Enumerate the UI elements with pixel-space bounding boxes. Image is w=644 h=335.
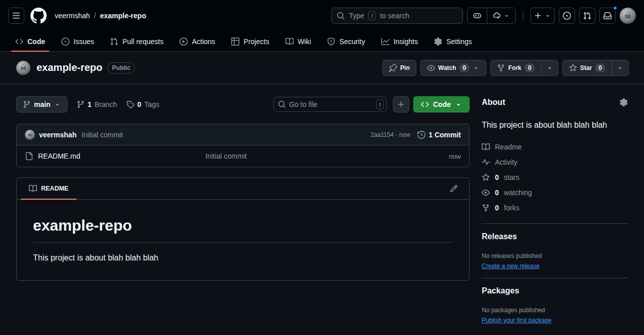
- inbox-icon: [603, 12, 612, 20]
- pin-icon: [389, 64, 397, 72]
- repo-nav-tabs: Code Issues Pull requests Actions Projec…: [0, 31, 644, 52]
- three-bars-icon: [12, 12, 20, 20]
- readme-card: README example-repo This project is abou…: [16, 177, 470, 281]
- tab-settings[interactable]: Settings: [427, 31, 479, 51]
- goto-file-input[interactable]: [273, 97, 387, 112]
- readme-body: example-repo This project is about blah …: [17, 200, 469, 280]
- repo-title[interactable]: example-repo: [37, 62, 102, 73]
- code-column: main 1 Branch 0 Tags t: [16, 96, 470, 324]
- fork-button-group: Fork 0: [490, 60, 558, 76]
- slash-key-hint: /: [368, 11, 376, 20]
- tab-label: Wiki: [298, 38, 311, 46]
- file-icon: [25, 152, 33, 160]
- file-commit-message-link[interactable]: Initial commit: [205, 152, 449, 160]
- hamburger-menu-button[interactable]: [8, 8, 24, 24]
- pull-requests-dashboard-button[interactable]: [579, 8, 595, 24]
- commit-author[interactable]: veermshah: [39, 131, 77, 139]
- pencil-icon: [450, 184, 458, 193]
- sidebar-divider: [482, 278, 628, 278]
- tab-pull-requests[interactable]: Pull requests: [103, 31, 170, 51]
- eye-icon: [482, 189, 490, 197]
- sidebar-item-stars[interactable]: 0 stars: [482, 170, 628, 185]
- breadcrumb: veermshah / example-repo: [55, 12, 146, 20]
- stars-count: 0: [495, 173, 499, 181]
- tags-link[interactable]: 0 Tags: [126, 100, 159, 108]
- git-branch-icon: [77, 100, 85, 108]
- breadcrumb-owner[interactable]: veermshah: [55, 12, 90, 20]
- publish-package-link[interactable]: Publish your first package: [482, 317, 551, 324]
- commit-sha-time[interactable]: 2aa1154 · now: [371, 131, 411, 138]
- packages-title: Packages: [482, 286, 628, 295]
- tab-label: Security: [339, 38, 365, 46]
- tab-actions[interactable]: Actions: [172, 31, 222, 51]
- edit-readme-button[interactable]: [447, 181, 461, 196]
- tab-code[interactable]: Code: [8, 31, 52, 51]
- user-avatar[interactable]: ☠: [620, 8, 636, 24]
- tab-security[interactable]: Security: [320, 31, 372, 51]
- edit-repo-settings-button[interactable]: [620, 98, 628, 106]
- file-toolbar: main 1 Branch 0 Tags t: [16, 96, 470, 113]
- pin-button[interactable]: Pin: [382, 60, 416, 76]
- star-button[interactable]: Star 0: [563, 60, 612, 76]
- add-file-button[interactable]: [393, 96, 409, 113]
- git-branch-icon: [23, 100, 31, 108]
- tag-count-label: Tags: [145, 100, 160, 108]
- file-tree-box: ☠ veermshah Initial commit 2aa1154 · now…: [16, 124, 470, 167]
- about-description: This project is about blah blah blah: [482, 119, 628, 131]
- book-icon: [482, 143, 490, 151]
- issues-dashboard-button[interactable]: [559, 8, 575, 24]
- fork-label: Fork: [508, 64, 521, 71]
- file-name-link[interactable]: README.md: [38, 152, 80, 160]
- unread-notification-dot: [613, 6, 618, 11]
- commit-message[interactable]: Initial commit: [82, 131, 123, 139]
- about-title: About: [482, 98, 505, 107]
- tab-projects[interactable]: Projects: [224, 31, 276, 51]
- create-new-button[interactable]: [530, 8, 555, 24]
- sidebar-item-activity[interactable]: Activity: [482, 155, 628, 170]
- sidebar-item-readme[interactable]: Readme: [482, 139, 628, 155]
- repo-owner-avatar[interactable]: ☠: [16, 61, 30, 75]
- pulse-icon: [482, 158, 490, 166]
- sidebar-item-label: watching: [504, 189, 532, 197]
- tab-issues[interactable]: Issues: [54, 31, 101, 51]
- commit-history-link[interactable]: 1 Commit: [417, 131, 461, 139]
- github-logo-icon[interactable]: [30, 8, 47, 24]
- create-release-link[interactable]: Create a new release: [482, 263, 540, 270]
- tab-wiki[interactable]: Wiki: [278, 31, 318, 51]
- copilot-agents-button[interactable]: [487, 8, 515, 23]
- sidebar-item-watching[interactable]: 0 watching: [482, 185, 628, 200]
- tab-insights[interactable]: Insights: [374, 31, 425, 51]
- table-row[interactable]: README.md Initial commit now: [17, 145, 469, 167]
- chevron-down-icon: [503, 12, 510, 19]
- book-icon: [285, 38, 294, 46]
- readme-tab[interactable]: README: [21, 178, 77, 199]
- global-search-input[interactable]: Type / to search: [331, 8, 463, 24]
- fork-button[interactable]: Fork 0: [491, 60, 541, 76]
- file-commit-time: now: [449, 153, 461, 160]
- breadcrumb-repo[interactable]: example-repo: [100, 12, 146, 20]
- commit-count-label: 1 Commit: [428, 131, 461, 139]
- visibility-badge: Public: [108, 62, 135, 73]
- sidebar-item-label: Readme: [495, 143, 522, 151]
- branches-link[interactable]: 1 Branch: [77, 100, 117, 108]
- fork-dropdown-button[interactable]: [541, 60, 558, 76]
- watch-button[interactable]: Watch 0: [421, 60, 486, 76]
- latest-commit-bar: ☠ veermshah Initial commit 2aa1154 · now…: [17, 124, 469, 145]
- triangle-down-icon: [546, 64, 553, 71]
- sidebar-item-forks[interactable]: 0 forks: [482, 200, 628, 215]
- code-download-button[interactable]: Code: [413, 96, 470, 113]
- branch-selector-button[interactable]: main: [16, 96, 67, 113]
- copilot-button[interactable]: [468, 8, 487, 23]
- gear-icon: [620, 98, 628, 106]
- tag-icon: [126, 100, 134, 108]
- readme-heading: example-repo: [33, 216, 453, 243]
- star-button-group: Star 0: [562, 60, 629, 76]
- readme-paragraph: This project is about blah blah blah: [33, 252, 453, 264]
- commit-author-avatar[interactable]: ☠: [25, 130, 35, 140]
- watch-button-group: Watch 0: [420, 60, 486, 76]
- releases-empty-text: No releases published: [482, 252, 628, 259]
- watch-count: 0: [459, 63, 470, 72]
- triangle-down-icon: [54, 101, 61, 108]
- code-icon: [15, 38, 23, 46]
- star-dropdown-button[interactable]: [612, 60, 628, 76]
